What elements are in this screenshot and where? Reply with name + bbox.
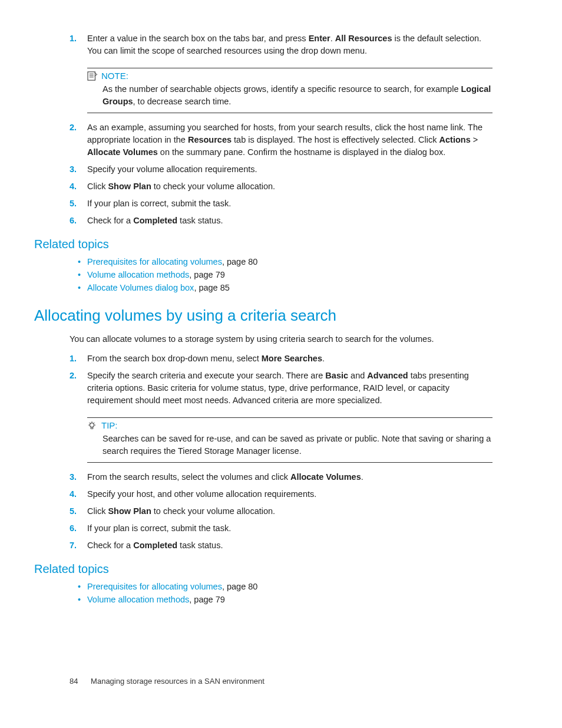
step-text: Specify your volume allocation requireme… [87,163,492,176]
list-item: Prerequisites for allocating volumes, pa… [87,257,492,266]
step-text: Click Show Plan to check your volume all… [87,505,492,518]
page-number: 84 [70,677,78,686]
related-suffix: , page 79 [189,270,224,279]
procedure-2a: 1.From the search box drop-down menu, se… [70,353,492,407]
step-number: 2. [70,121,87,159]
related-topics-heading-2: Related topics [34,562,492,576]
step-number: 1. [70,353,87,365]
note-label: NOTE: [101,71,128,81]
tip-callout: TIP: Searches can be saved for re-use, a… [87,417,492,463]
list-item: Volume allocation methods, page 79 [87,595,492,604]
step-number: 1. [70,32,87,57]
step-number: 3. [70,163,87,176]
step-number: 7. [70,539,87,552]
footer-title: Managing storage resources in a SAN envi… [91,677,265,686]
step-text: From the search box drop-down menu, sele… [87,353,492,365]
step-text: Check for a Completed task status. [87,539,492,552]
related-topics-heading-1: Related topics [34,238,492,251]
tip-icon [87,421,98,430]
step-text: If your plan is correct, submit the task… [87,197,492,210]
step-number: 4. [70,488,87,500]
step-text: Specify your host, and other volume allo… [87,488,492,500]
svg-rect-0 [88,71,95,80]
related-topics-list-1: Prerequisites for allocating volumes, pa… [87,257,492,292]
svg-point-4 [90,423,94,427]
related-topics-list-2: Prerequisites for allocating volumes, pa… [87,582,492,604]
related-link[interactable]: Volume allocation methods [87,595,189,604]
step-number: 4. [70,180,87,193]
svg-line-9 [90,422,90,423]
step-text: If your plan is correct, submit the task… [87,522,492,535]
svg-line-10 [94,422,94,423]
step-number: 6. [70,522,87,535]
procedure-1: 1. Enter a value in the search box on th… [70,32,492,57]
procedure-1-cont: 2.As an example, assuming you searched f… [70,121,492,227]
related-link[interactable]: Prerequisites for allocating volumes [87,257,222,266]
step-number: 5. [70,197,87,210]
list-item: Prerequisites for allocating volumes, pa… [87,582,492,591]
related-suffix: , page 79 [189,595,224,604]
note-icon [87,71,98,81]
step-text: Specify the search criteria and execute … [87,370,492,407]
note-body: As the number of searchable objects grow… [103,83,492,108]
step-text: Enter a value in the search box on the t… [87,32,492,57]
tip-body: Searches can be saved for re-use, and ca… [103,433,492,457]
related-link[interactable]: Prerequisites for allocating volumes [87,582,222,591]
tip-label: TIP: [101,420,118,430]
related-suffix: , page 80 [222,257,257,266]
list-item: Volume allocation methods, page 79 [87,270,492,279]
page-footer: 84 Managing storage resources in a SAN e… [70,677,265,686]
related-link[interactable]: Volume allocation methods [87,270,189,279]
step-number: 5. [70,505,87,518]
step-text: Click Show Plan to check your volume all… [87,180,492,193]
related-suffix: , page 85 [194,283,229,292]
list-item: Allocate Volumes dialog box, page 85 [87,283,492,292]
svg-rect-5 [91,427,93,429]
related-suffix: , page 80 [222,582,257,591]
step-number: 3. [70,471,87,483]
step-text: Check for a Completed task status. [87,215,492,227]
section-intro: You can allocate volumes to a storage sy… [70,333,492,345]
related-link[interactable]: Allocate Volumes dialog box [87,283,194,292]
step-number: 6. [70,215,87,227]
step-text: As an example, assuming you searched for… [87,121,492,159]
section-heading: Allocating volumes by using a criteria s… [34,307,492,325]
procedure-2b: 3.From the search results, select the vo… [70,471,492,552]
step-number: 2. [70,370,87,407]
step-text: From the search results, select the volu… [87,471,492,483]
note-callout: NOTE: As the number of searchable object… [87,68,492,113]
